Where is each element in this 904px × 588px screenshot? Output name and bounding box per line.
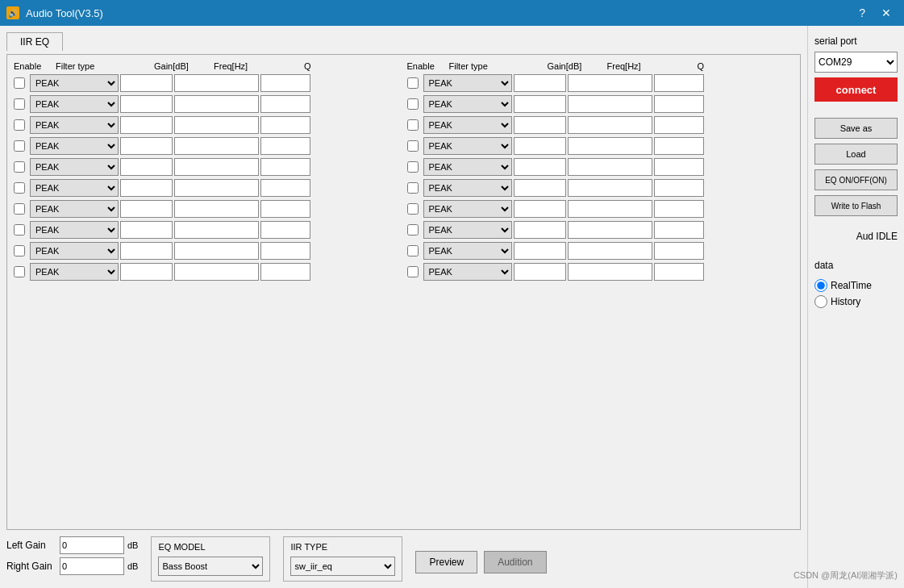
right-filter-4[interactable]: PEAKLPHPLSHSNOTCHAP — [423, 137, 512, 155]
left-freq-2[interactable] — [174, 95, 259, 113]
left-q-3[interactable] — [260, 116, 310, 134]
right-q-1[interactable] — [654, 74, 704, 92]
right-enable-2[interactable] — [407, 98, 419, 110]
left-enable-9[interactable] — [14, 245, 25, 256]
right-enable-9[interactable] — [407, 245, 419, 256]
right-filter-9[interactable]: PEAKLPHPLSHSNOTCHAP — [423, 242, 512, 260]
left-enable-2[interactable] — [14, 98, 25, 110]
history-radio[interactable] — [814, 295, 827, 308]
left-filter-3[interactable]: PEAKLPHPLSHSNOTCHAP — [30, 116, 119, 134]
right-q-10[interactable] — [654, 263, 704, 281]
left-freq-4[interactable] — [174, 137, 259, 155]
right-freq-2[interactable] — [568, 95, 652, 113]
right-freq-9[interactable] — [568, 242, 652, 260]
right-gain-1[interactable] — [514, 74, 566, 92]
right-freq-3[interactable] — [568, 116, 652, 134]
right-enable-6[interactable] — [407, 182, 419, 194]
left-freq-7[interactable] — [174, 200, 259, 218]
right-enable-7[interactable] — [407, 203, 419, 215]
left-enable-5[interactable] — [14, 161, 25, 173]
left-freq-8[interactable] — [174, 221, 259, 239]
left-freq-3[interactable] — [174, 116, 259, 134]
left-q-1[interactable] — [260, 74, 310, 92]
left-filter-4[interactable]: PEAKLPHPLSHSNOTCHAP — [30, 137, 119, 155]
right-gain-7[interactable] — [514, 200, 566, 218]
right-q-3[interactable] — [654, 116, 704, 134]
right-enable-4[interactable] — [407, 140, 419, 152]
left-filter-9[interactable]: PEAKLPHPLSHSNOTCHAP — [30, 242, 119, 260]
right-filter-5[interactable]: PEAKLPHPLSHSNOTCHAP — [423, 158, 512, 176]
left-freq-1[interactable] — [174, 74, 259, 92]
left-enable-6[interactable] — [14, 182, 25, 194]
left-freq-5[interactable] — [174, 158, 259, 176]
write-flash-button[interactable]: Write to Flash — [814, 195, 898, 216]
right-gain-3[interactable] — [514, 116, 566, 134]
right-enable-8[interactable] — [407, 224, 419, 236]
right-gain-4[interactable] — [514, 137, 566, 155]
iir-type-select[interactable]: sw_iir_eq hw_iir_eq — [290, 557, 395, 576]
right-freq-4[interactable] — [568, 137, 652, 155]
right-q-7[interactable] — [654, 200, 704, 218]
save-as-button[interactable]: Save as — [814, 118, 898, 139]
right-gain-6[interactable] — [514, 179, 566, 197]
right-filter-2[interactable]: PEAKLPHPLSHSNOTCHAP — [423, 95, 512, 113]
left-q-8[interactable] — [260, 221, 310, 239]
right-gain-10[interactable] — [514, 263, 566, 281]
left-filter-6[interactable]: PEAKLPHPLSHSNOTCHAP — [30, 179, 119, 197]
left-filter-2[interactable]: PEAKLPHPLSHSNOTCHAP — [30, 95, 119, 113]
left-q-2[interactable] — [260, 95, 310, 113]
right-enable-3[interactable] — [407, 119, 419, 131]
left-gain-6[interactable] — [120, 179, 173, 197]
right-gain-5[interactable] — [514, 158, 566, 176]
left-filter-1[interactable]: PEAKLPHPLSHSNOTCHAP — [30, 74, 119, 92]
preview-button[interactable]: Preview — [415, 551, 477, 573]
left-gain-5[interactable] — [120, 158, 173, 176]
left-q-4[interactable] — [260, 137, 310, 155]
right-filter-3[interactable]: PEAKLPHPLSHSNOTCHAP — [423, 116, 512, 134]
right-gain-2[interactable] — [514, 95, 566, 113]
tab-iir-eq[interactable]: IIR EQ — [6, 32, 63, 51]
right-q-2[interactable] — [654, 95, 704, 113]
right-freq-8[interactable] — [568, 221, 652, 239]
realtime-radio[interactable] — [814, 279, 827, 292]
right-filter-7[interactable]: PEAKLPHPLSHSNOTCHAP — [423, 200, 512, 218]
left-enable-3[interactable] — [14, 119, 25, 131]
left-gain-input[interactable] — [60, 536, 124, 554]
right-filter-8[interactable]: PEAKLPHPLSHSNOTCHAP — [423, 221, 512, 239]
eq-model-select[interactable]: Bass Boost Flat Treble Boost Classical R… — [158, 557, 263, 576]
left-gain-9[interactable] — [120, 242, 173, 260]
right-gain-9[interactable] — [514, 242, 566, 260]
left-gain-7[interactable] — [120, 200, 173, 218]
right-filter-10[interactable]: PEAKLPHPLSHSNOTCHAP — [423, 263, 512, 281]
left-enable-4[interactable] — [14, 140, 25, 152]
right-enable-1[interactable] — [407, 77, 419, 89]
left-gain-10[interactable] — [120, 263, 173, 281]
left-filter-8[interactable]: PEAKLPHPLSHSNOTCHAP — [30, 221, 119, 239]
right-freq-10[interactable] — [568, 263, 652, 281]
left-filter-5[interactable]: PEAKLPHPLSHSNOTCHAP — [30, 158, 119, 176]
right-enable-10[interactable] — [407, 266, 419, 277]
left-filter-10[interactable]: PEAKLPHPLSHSNOTCHAP — [30, 263, 119, 281]
right-gain-input[interactable] — [60, 557, 124, 575]
left-gain-3[interactable] — [120, 116, 173, 134]
right-freq-1[interactable] — [568, 74, 652, 92]
right-enable-5[interactable] — [407, 161, 419, 173]
right-freq-5[interactable] — [568, 158, 652, 176]
left-gain-2[interactable] — [120, 95, 173, 113]
load-button[interactable]: Load — [814, 144, 898, 165]
connect-button[interactable]: connect — [814, 77, 898, 102]
left-gain-1[interactable] — [120, 74, 173, 92]
left-enable-7[interactable] — [14, 203, 25, 215]
serial-port-select[interactable]: COM29 COM1 COM2 COM3 — [814, 52, 898, 73]
right-q-9[interactable] — [654, 242, 704, 260]
left-gain-4[interactable] — [120, 137, 173, 155]
left-enable-1[interactable] — [14, 77, 25, 89]
left-enable-8[interactable] — [14, 224, 25, 236]
right-gain-8[interactable] — [514, 221, 566, 239]
audition-button[interactable]: Audition — [484, 551, 546, 573]
right-freq-6[interactable] — [568, 179, 652, 197]
close-button[interactable]: ✕ — [875, 5, 898, 21]
eq-on-off-button[interactable]: EQ ON/OFF(ON) — [814, 169, 898, 190]
right-freq-7[interactable] — [568, 200, 652, 218]
left-gain-8[interactable] — [120, 221, 173, 239]
